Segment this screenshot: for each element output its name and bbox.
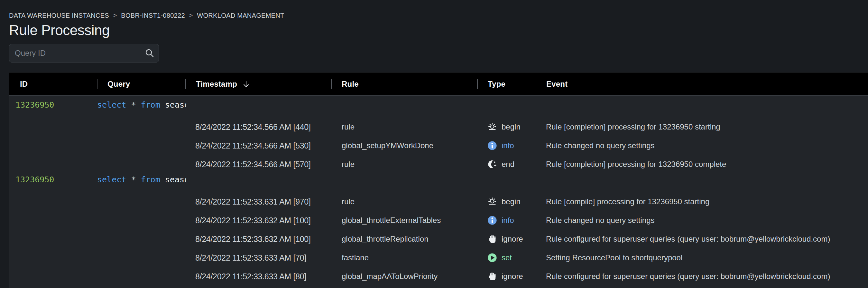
timestamp-cell: 8/24/2022 11:52:33.631 AM [970] [186, 197, 331, 206]
event-cell: Rule changed no query settings [536, 216, 868, 225]
group-event-rows: 8/24/2022 11:52:34.566 AM [440]rulebegin… [9, 118, 868, 174]
type-label: begin [502, 197, 521, 206]
timestamp-cell: 8/24/2022 11:52:33.632 AM [100] [186, 216, 331, 225]
timestamp-cell: 8/24/2022 11:52:34.566 AM [530] [186, 141, 331, 150]
set-icon [487, 253, 497, 263]
rule-cell: rule [331, 197, 477, 206]
group-id-row: 13236950select * from season [9, 96, 868, 114]
sql-token-keyword: from [141, 100, 160, 110]
sql-token-keyword: from [141, 175, 160, 184]
sql-token-keyword: select [97, 100, 126, 110]
type-label: ignore [502, 234, 523, 243]
search-icon[interactable] [145, 48, 155, 58]
table-header-row: ID Query Timestamp Rule Type Event [9, 72, 868, 96]
rule-processing-page: DATA WAREHOUSE INSTANCES > BOBR-INST1-08… [0, 0, 868, 288]
breadcrumb-separator-icon: > [189, 12, 193, 19]
begin-icon [487, 197, 497, 207]
timestamp-cell: 8/24/2022 11:52:34.566 AM [570] [186, 160, 331, 169]
type-cell: begin [477, 197, 536, 207]
column-header-rule-label: Rule [342, 80, 359, 89]
column-header-id-label: ID [20, 80, 28, 89]
timestamp-cell: 8/24/2022 11:52:34.566 AM [440] [186, 122, 331, 132]
timestamp-cell: 8/24/2022 11:52:33.633 AM [80] [186, 272, 331, 281]
event-cell: Rule configured for superuser queries (q… [536, 272, 868, 281]
info-icon [487, 140, 497, 151]
rule-cell: fastlane [331, 253, 477, 262]
group-event-rows: 8/24/2022 11:52:33.631 AM [970]rulebegin… [9, 192, 868, 286]
event-row: 8/24/2022 11:52:34.566 AM [440]rulebegin… [9, 118, 868, 136]
page-title: Rule Processing [9, 22, 868, 39]
event-cell: Rule changed no query settings [536, 141, 868, 150]
type-cell: begin [477, 122, 536, 132]
rule-cell: global_mapAAToLowPriority [331, 272, 477, 281]
column-header-type[interactable]: Type [477, 73, 536, 95]
type-label: begin [502, 122, 521, 132]
event-cell: Rule configured for superuser queries (q… [536, 234, 868, 243]
rule-cell: global_setupYMWorkDone [331, 141, 477, 150]
event-cell: Setting ResourcePool to shortquerypool [536, 253, 868, 262]
event-row: 8/24/2022 11:52:33.632 AM [100]global_th… [9, 211, 868, 230]
type-label: ignore [502, 272, 523, 281]
sql-token-operator: * [131, 100, 136, 110]
event-row: 8/24/2022 11:52:33.632 AM [100]global_th… [9, 230, 868, 249]
column-header-query-label: Query [107, 80, 130, 89]
event-row: 8/24/2022 11:52:34.566 AM [530]global_se… [9, 136, 868, 155]
type-label: end [502, 160, 515, 169]
rule-cell: global_throttleReplication [331, 234, 477, 243]
sort-descending-icon [242, 80, 250, 88]
type-label: info [502, 141, 514, 150]
event-cell: Rule [completion] processing for 1323695… [536, 160, 868, 169]
type-cell: ignore [477, 234, 536, 244]
end-icon [487, 159, 497, 169]
event-cell: Rule [compile] processing for 13236950 s… [536, 197, 868, 206]
column-header-type-label: Type [488, 80, 505, 89]
column-header-id[interactable]: ID [9, 73, 97, 95]
event-row: 8/24/2022 11:52:33.631 AM [970]rulebegin… [9, 192, 868, 211]
table-body: 13236950select * from season8/24/2022 11… [9, 96, 868, 288]
sql-token-identifier: season [165, 100, 186, 110]
rule-cell: global_throttleExternalTables [331, 216, 477, 225]
breadcrumb-item-instances[interactable]: DATA WAREHOUSE INSTANCES [9, 12, 109, 19]
group-id-row: 13236950select * from season [9, 170, 868, 189]
column-header-rule[interactable]: Rule [331, 73, 477, 95]
sql-token-operator: * [131, 175, 136, 184]
id-cell[interactable]: 13236950 [9, 100, 97, 110]
sql-token-keyword: select [97, 175, 126, 184]
type-cell: end [477, 159, 536, 169]
rule-cell: rule [331, 122, 477, 132]
query-rule-group: 13236950select * from season8/24/2022 11… [9, 170, 868, 286]
info-icon [487, 215, 497, 226]
event-row: 8/24/2022 11:52:33.633 AM [80]global_map… [9, 267, 868, 286]
event-row: 8/24/2022 11:52:33.633 AM [70]fastlanese… [9, 249, 868, 267]
timestamp-cell: 8/24/2022 11:52:33.632 AM [100] [186, 234, 331, 244]
breadcrumb-item-workload-management[interactable]: WORKLOAD MANAGEMENT [197, 12, 284, 19]
id-cell[interactable]: 13236950 [9, 175, 97, 184]
column-header-event[interactable]: Event [536, 73, 868, 95]
type-cell: set [477, 253, 536, 263]
type-cell: info [477, 215, 536, 226]
rule-processing-table: ID Query Timestamp Rule Type Event [9, 72, 868, 288]
query-rule-group: 13236950select * from season8/24/2022 11… [9, 96, 868, 174]
page-header: DATA WAREHOUSE INSTANCES > BOBR-INST1-08… [0, 0, 868, 62]
ignore-icon [487, 234, 497, 244]
type-label: info [502, 216, 514, 225]
query-id-search-input[interactable] [9, 44, 159, 62]
breadcrumb-item-instance[interactable]: BOBR-INST1-080222 [121, 12, 185, 19]
column-header-query[interactable]: Query [97, 73, 185, 95]
sql-token-identifier: season [165, 175, 186, 184]
query-id-search [9, 44, 159, 62]
query-cell: select * from season [97, 175, 186, 184]
rule-cell: rule [331, 160, 477, 169]
column-header-event-label: Event [546, 80, 567, 89]
begin-icon [487, 122, 497, 132]
timestamp-cell: 8/24/2022 11:52:33.633 AM [70] [186, 253, 331, 263]
breadcrumb-separator-icon: > [113, 12, 117, 19]
column-header-timestamp-label: Timestamp [196, 80, 237, 89]
event-cell: Rule [completion] processing for 1323695… [536, 122, 868, 132]
breadcrumb: DATA WAREHOUSE INSTANCES > BOBR-INST1-08… [9, 12, 868, 19]
type-cell: info [477, 140, 536, 151]
type-cell: ignore [477, 271, 536, 282]
ignore-icon [487, 271, 497, 282]
column-header-timestamp[interactable]: Timestamp [185, 73, 331, 95]
query-cell: select * from season [97, 100, 186, 110]
